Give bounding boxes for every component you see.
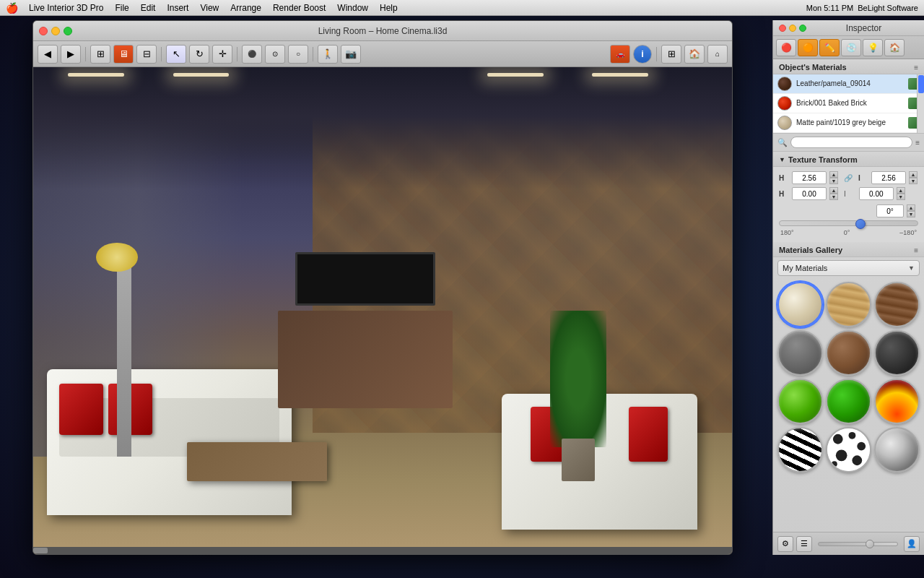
tt-h2-stepper[interactable]: ▲ ▼ xyxy=(829,187,838,200)
menubar-right: Mon 5:11 PM BeLight Software xyxy=(806,4,918,12)
tab-material[interactable]: ✏️ xyxy=(819,39,840,56)
gallery-label: Materials Gallery xyxy=(779,246,842,254)
tt-h1-step-down[interactable]: ▼ xyxy=(829,178,838,184)
angle-step-up[interactable]: ▲ xyxy=(907,204,915,211)
gallery-item-silver[interactable] xyxy=(874,427,920,473)
menu-app[interactable]: Live Interior 3D Pro xyxy=(24,2,108,14)
view-button[interactable]: ⊟ xyxy=(136,45,157,64)
inspector-maximize[interactable] xyxy=(799,25,806,32)
tt-h2-step-down[interactable]: ▼ xyxy=(829,194,838,200)
materials-scrollbar[interactable] xyxy=(917,74,924,133)
apple-menu[interactable]: 🍎 xyxy=(6,2,18,14)
inspector-minimize[interactable] xyxy=(789,25,796,32)
menu-help[interactable]: Help xyxy=(375,2,403,14)
menu-arrange[interactable]: Arrange xyxy=(225,2,266,14)
tt-h1-stepper[interactable]: ▲ ▼ xyxy=(829,171,838,184)
svg-point-6 xyxy=(832,461,837,467)
tab-object[interactable]: 🔴 xyxy=(776,39,796,56)
size-slider-thumb[interactable] xyxy=(866,540,874,548)
gallery-item-cream[interactable] xyxy=(777,282,823,327)
search-bar: 🔍 ≡ xyxy=(773,134,924,152)
menu-file[interactable]: File xyxy=(110,2,134,14)
viewport[interactable] xyxy=(33,67,732,554)
select-tool[interactable]: ↖ xyxy=(166,45,186,64)
move-tool[interactable]: ✛ xyxy=(212,45,232,64)
maximize-button[interactable] xyxy=(64,27,72,35)
info-button[interactable]: i xyxy=(633,45,652,64)
gallery-item-green-bright[interactable] xyxy=(777,379,823,424)
light-button[interactable]: ○ xyxy=(288,45,308,64)
angle-slider-thumb[interactable] xyxy=(855,219,866,229)
gear-button[interactable]: ⚙ xyxy=(777,536,793,552)
gallery-item-brown[interactable] xyxy=(826,330,871,376)
tt-h2-input[interactable] xyxy=(792,187,827,200)
minimize-button[interactable] xyxy=(51,27,60,35)
tt-v2-stepper[interactable]: ▲ ▼ xyxy=(897,187,905,200)
menu-view[interactable]: View xyxy=(195,2,224,14)
list-button[interactable]: ☰ xyxy=(796,536,812,552)
tt-v1-label: I xyxy=(858,174,868,182)
sphere-button[interactable]: ⚫ xyxy=(242,45,262,64)
gallery-item-wood-dark[interactable] xyxy=(874,282,920,327)
materials-options-icon[interactable]: ≡ xyxy=(914,64,918,72)
back-button[interactable]: ◀ xyxy=(38,45,58,64)
toolbar-sep-5 xyxy=(656,47,657,61)
material-item-2[interactable]: Matte paint/1019 grey beige xyxy=(773,113,924,133)
tt-h2-step-up[interactable]: ▲ xyxy=(829,187,838,194)
gallery-item-fire[interactable] xyxy=(874,379,920,424)
tab-texture[interactable]: 💿 xyxy=(841,39,861,56)
gallery-item-zebra[interactable] xyxy=(777,427,823,473)
menu-window[interactable]: Window xyxy=(332,2,373,14)
angle-stepper[interactable]: ▲ ▼ xyxy=(907,204,915,217)
tt-v2-input[interactable] xyxy=(859,187,894,200)
menu-insert[interactable]: Insert xyxy=(162,2,193,14)
angle-slider-track[interactable] xyxy=(779,220,918,226)
rotate-tool[interactable]: ↻ xyxy=(189,45,209,64)
tt-h1-input[interactable] xyxy=(792,171,827,184)
list-options-icon[interactable]: ≡ xyxy=(915,139,920,147)
home-view-button[interactable]: 🏠 xyxy=(684,45,705,64)
tt-v2-step-down[interactable]: ▼ xyxy=(897,194,905,200)
camera-button[interactable]: ⊙ xyxy=(265,45,285,64)
material-item-0[interactable]: Leather/pamela_09014 xyxy=(773,74,924,94)
tab-room[interactable]: 🏠 xyxy=(884,39,905,56)
gallery-options-icon[interactable]: ≡ xyxy=(914,246,918,254)
screenshot-button[interactable]: 📷 xyxy=(341,45,361,64)
walk-button[interactable]: 🚶 xyxy=(318,45,338,64)
material-search-input[interactable] xyxy=(790,137,912,148)
gallery-item-wood-light[interactable] xyxy=(826,282,871,327)
tt-h1-step-up[interactable]: ▲ xyxy=(829,171,838,178)
menu-edit[interactable]: Edit xyxy=(136,2,161,14)
angle-input[interactable] xyxy=(876,204,904,217)
gallery-item-dark[interactable] xyxy=(874,330,920,376)
panorama-button[interactable]: ⌂ xyxy=(707,45,728,64)
gallery-item-dalmatian[interactable] xyxy=(826,427,871,473)
texture-transform-chevron[interactable]: ▼ xyxy=(779,156,785,163)
plant-leaves xyxy=(550,311,606,447)
tt-v2-step-up[interactable]: ▲ xyxy=(897,187,905,194)
gallery-dropdown[interactable]: My Materials ▼ xyxy=(777,260,920,276)
resize-button[interactable]: ⊞ xyxy=(661,45,681,64)
close-button[interactable] xyxy=(39,27,48,35)
tab-color[interactable]: 🟠 xyxy=(798,39,818,56)
tt-v1-stepper[interactable]: ▲ ▼ xyxy=(909,171,918,184)
gallery-item-green-dark[interactable] xyxy=(826,379,871,424)
floorplan-button[interactable]: ⊞ xyxy=(90,45,110,64)
tt-v1-step-up[interactable]: ▲ xyxy=(909,171,918,178)
tt-v1-input[interactable] xyxy=(871,171,906,184)
gallery-item-concrete[interactable] xyxy=(777,330,823,376)
viewport-scrollbar[interactable] xyxy=(33,547,732,554)
forward-button[interactable]: ▶ xyxy=(61,45,81,64)
tab-light[interactable]: 💡 xyxy=(863,39,883,56)
person-button[interactable]: 👤 xyxy=(904,536,920,552)
size-slider-track[interactable] xyxy=(818,542,898,546)
material-item-1[interactable]: Brick/001 Baked Brick xyxy=(773,94,924,113)
inspector-close[interactable] xyxy=(779,25,786,32)
menu-render-boost[interactable]: Render Boost xyxy=(268,2,331,14)
tt-v1-step-down[interactable]: ▼ xyxy=(909,178,918,184)
car-button[interactable]: 🚗 xyxy=(610,45,630,64)
render-button[interactable]: 🖥 xyxy=(113,45,134,64)
angle-step-down[interactable]: ▼ xyxy=(907,211,915,217)
angle-labels: 180° 0° –180° xyxy=(779,229,918,236)
viewport-scroll-thumb[interactable] xyxy=(33,548,48,553)
